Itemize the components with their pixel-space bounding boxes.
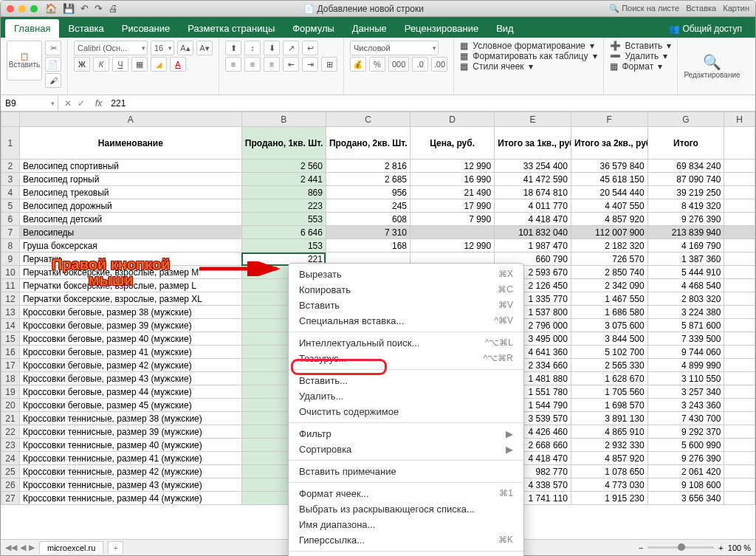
row-header-26[interactable]: 26	[1, 478, 20, 492]
col-header-D[interactable]: D	[410, 112, 495, 127]
search-placeholder[interactable]: Поиск на листе	[622, 4, 679, 13]
enter-formula-icon[interactable]: ✓	[78, 98, 85, 109]
row-header-14[interactable]: 14	[1, 319, 20, 332]
number-format-select[interactable]: Числовой	[350, 41, 439, 55]
tab-view[interactable]: Вид	[487, 19, 523, 38]
row-header-1[interactable]: 1	[1, 127, 20, 159]
cell-E4[interactable]: 18 674 810	[495, 186, 571, 199]
row-header-18[interactable]: 18	[1, 372, 20, 385]
align-bottom-icon[interactable]: ⬇	[264, 41, 280, 55]
cell-G3[interactable]: 87 090 740	[647, 173, 724, 186]
cell-D3[interactable]: 16 990	[410, 173, 495, 186]
italic-button[interactable]: К	[93, 57, 109, 72]
cancel-formula-icon[interactable]: ✕	[64, 98, 72, 109]
cell-F13[interactable]: 1 686 580	[571, 306, 647, 319]
align-top-icon[interactable]: ⬆	[225, 41, 241, 55]
cell-G27[interactable]: 3 656 340	[647, 492, 724, 505]
menu-item-17[interactable]: Формат ячеек...⌘1	[289, 486, 523, 501]
cell-A6[interactable]: Велосипед детский	[19, 213, 241, 226]
cell-G24[interactable]: 9 276 390	[647, 452, 724, 465]
underline-button[interactable]: Ч	[112, 57, 128, 72]
nav-prev-icon[interactable]: ◀	[20, 543, 26, 552]
cell-C6[interactable]: 608	[326, 213, 410, 226]
select-all-corner[interactable]	[1, 112, 20, 127]
cell-A2[interactable]: Велосипед спортивный	[19, 159, 241, 173]
menu-item-13[interactable]: Сортировка▶	[289, 442, 523, 457]
cell-A13[interactable]: Кроссовки беговые, размер 38 (мужские)	[19, 306, 241, 319]
cell-F26[interactable]: 4 773 030	[571, 478, 647, 492]
cell-G23[interactable]: 5 600 990	[647, 439, 724, 452]
cell-G16[interactable]: 9 744 060	[647, 346, 724, 359]
cell-F3[interactable]: 45 618 150	[571, 173, 647, 186]
cell-F24[interactable]: 4 857 920	[571, 452, 647, 465]
cell-F2[interactable]: 36 579 840	[571, 159, 647, 173]
cell-A16[interactable]: Кроссовки беговые, размер 41 (мужские)	[19, 346, 241, 359]
formula-input[interactable]: 221	[106, 98, 130, 109]
cell-G18[interactable]: 3 110 550	[647, 372, 724, 385]
menu-item-1[interactable]: Копировать⌘C	[289, 282, 523, 298]
row-header-11[interactable]: 11	[1, 279, 20, 292]
cell-E3[interactable]: 41 472 590	[495, 173, 571, 186]
find-icon[interactable]: 🔍	[703, 53, 721, 71]
cell-G12[interactable]: 2 803 320	[647, 292, 724, 306]
cell-F8[interactable]: 2 182 320	[571, 239, 647, 253]
cell-G17[interactable]: 4 899 990	[647, 359, 724, 372]
copy-icon[interactable]: 📄	[45, 57, 61, 72]
zoom-slider[interactable]	[647, 546, 714, 549]
row-header-10[interactable]: 10	[1, 266, 20, 279]
header-cell-G[interactable]: Итого	[647, 127, 724, 159]
cell-E8[interactable]: 1 987 470	[495, 239, 571, 253]
tab-home[interactable]: Главная	[5, 19, 59, 38]
cell-G22[interactable]: 9 292 370	[647, 425, 724, 439]
cell-C7[interactable]: 7 310	[326, 226, 410, 239]
cell-A20[interactable]: Кроссовки беговые, размер 45 (мужские)	[19, 399, 241, 412]
fx-icon[interactable]: fx	[91, 98, 106, 109]
menu-item-19[interactable]: Имя диапазона...	[289, 517, 523, 532]
row-header-16[interactable]: 16	[1, 346, 20, 359]
header-cell-A[interactable]: Наименование	[19, 127, 241, 159]
cell-B2[interactable]: 2 560	[241, 159, 326, 173]
cell-F17[interactable]: 2 565 330	[571, 359, 647, 372]
close-icon[interactable]	[7, 5, 14, 13]
align-center-icon[interactable]: ≡	[244, 57, 261, 72]
cell-F18[interactable]: 1 628 670	[571, 372, 647, 385]
cell-G6[interactable]: 9 276 390	[647, 213, 724, 226]
cell-F27[interactable]: 1 915 230	[571, 492, 647, 505]
cell-G21[interactable]: 7 430 700	[647, 412, 724, 425]
cell-A17[interactable]: Кроссовки беговые, размер 42 (мужские)	[19, 359, 241, 372]
cell-F22[interactable]: 4 865 910	[571, 425, 647, 439]
cell-A5[interactable]: Велосипед дорожный	[19, 199, 241, 213]
menu-item-18[interactable]: Выбрать из раскрывающегося списка...	[289, 501, 523, 517]
cell-F25[interactable]: 1 078 650	[571, 465, 647, 478]
cell-A15[interactable]: Кроссовки беговые, размер 40 (мужские)	[19, 332, 241, 346]
print-icon[interactable]: 🖨	[109, 3, 118, 14]
cell-A26[interactable]: Кроссовки теннисные, размер 43 (мужские)	[19, 478, 241, 492]
cell-A7[interactable]: Велосипеды	[19, 226, 241, 239]
cell-D4[interactable]: 21 490	[410, 186, 495, 199]
cell-F21[interactable]: 3 891 130	[571, 412, 647, 425]
cell-F15[interactable]: 3 844 500	[571, 332, 647, 346]
cell-F5[interactable]: 4 407 550	[571, 199, 647, 213]
cell-G11[interactable]: 4 468 540	[647, 279, 724, 292]
cell-A18[interactable]: Кроссовки беговые, размер 43 (мужские)	[19, 372, 241, 385]
share-button[interactable]: 👥 Общий доступ	[660, 20, 751, 38]
row-header-8[interactable]: 8	[1, 239, 20, 253]
context-menu[interactable]: Вырезать⌘XКопировать⌘CВставить⌘VСпециаль…	[288, 263, 524, 556]
cell-D5[interactable]: 17 990	[410, 199, 495, 213]
merge-icon[interactable]: ⊞	[321, 57, 337, 72]
cell-styles-button[interactable]: ▦ Стили ячеек ▾	[460, 61, 597, 72]
cell-F7[interactable]: 112 007 900	[571, 226, 647, 239]
menu-item-9[interactable]: Удалить...	[289, 388, 523, 404]
menu-kartin[interactable]: Картин	[723, 4, 749, 13]
zoom-in-icon[interactable]: +	[718, 543, 723, 552]
col-header-G[interactable]: G	[647, 112, 724, 127]
cell-G19[interactable]: 3 257 340	[647, 385, 724, 399]
decrease-font-icon[interactable]: A▾	[196, 41, 213, 55]
thousand-sep-icon[interactable]: 000	[388, 57, 409, 72]
paste-button[interactable]: 📋 Вставить	[7, 41, 42, 80]
row-header-24[interactable]: 24	[1, 452, 20, 465]
orientation-icon[interactable]: ↗	[283, 41, 299, 55]
font-size-select[interactable]: 16	[151, 41, 174, 55]
menu-item-5[interactable]: Интеллектуальный поиск...^⌥⌘L	[289, 335, 523, 351]
tab-data[interactable]: Данные	[343, 19, 396, 38]
